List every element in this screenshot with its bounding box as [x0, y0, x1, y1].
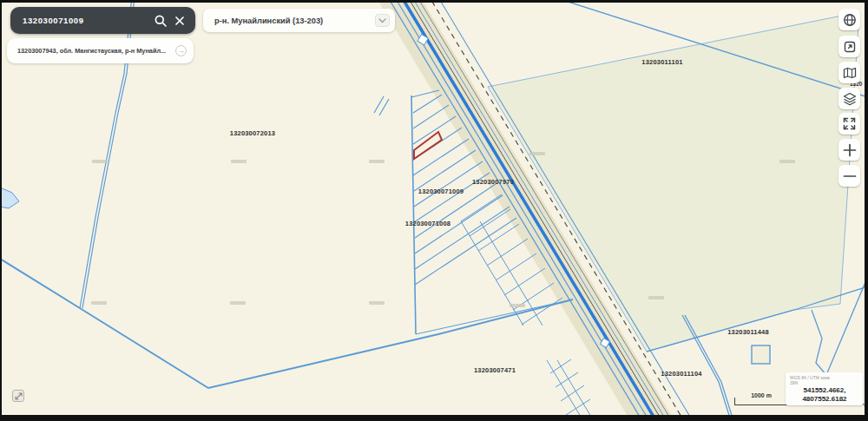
globe-button[interactable]	[838, 9, 860, 30]
fullscreen-arrows-icon	[843, 117, 856, 130]
district-selector[interactable]: р-н. Мунайлинский (13-203)	[203, 9, 395, 32]
search-result-item[interactable]: 13203007943, обл. Мангистауская, р-н Мун…	[7, 38, 194, 63]
expand-view-button[interactable]	[838, 36, 860, 57]
layers-button[interactable]	[838, 88, 860, 109]
scale-bar: 1000 m	[734, 392, 788, 405]
parcel-label: 13203011104	[661, 370, 701, 378]
faint-parcel-label	[91, 301, 107, 305]
parcel-label: 13203007471	[474, 366, 516, 374]
water-body	[2, 187, 19, 208]
faint-parcel-label	[510, 304, 525, 307]
minus-icon	[843, 169, 857, 183]
map-canvas[interactable]: 132030072013 132030071009 13203007970 13…	[2, 3, 865, 415]
parcel-label: 13203011101	[641, 58, 682, 66]
scale-bar-bracket	[734, 398, 788, 405]
diagonal-arrows-icon	[15, 392, 23, 400]
zoom-out-button[interactable]	[838, 165, 860, 187]
parcel-label: 132030071008	[405, 220, 450, 227]
attribution-expand-button[interactable]	[12, 390, 24, 402]
cadastral-map-app: 132030072013 132030071009 13203007970 13…	[0, 0, 868, 421]
faint-parcel-label	[369, 301, 385, 305]
globe-icon	[843, 13, 857, 27]
faint-parcel-label	[529, 152, 545, 155]
easting-value: 541552.4662,	[790, 386, 859, 395]
crs-zone: 39N	[790, 380, 798, 385]
plus-icon	[843, 143, 857, 157]
coordinates-panel: WGS 84 / UTM зона 39N 541552.4662, 48075…	[786, 372, 863, 405]
parcel-cluster[interactable]	[547, 359, 594, 415]
faint-parcel-label	[230, 301, 246, 305]
zoom-in-button[interactable]	[838, 139, 860, 161]
faint-parcel-label	[779, 160, 795, 163]
search-result-text: 13203007943, обл. Мангистауская, р-н Мун…	[17, 47, 175, 55]
district-selector-value: р-н. Мунайлинский (13-203)	[214, 16, 375, 25]
map-vector-layer	[2, 3, 865, 415]
faint-parcel-label	[231, 160, 247, 163]
parcel-label: 132030072013	[230, 129, 275, 137]
map-icon	[843, 67, 857, 79]
search-bar	[10, 7, 195, 34]
search-input[interactable]	[23, 16, 148, 25]
search-icon[interactable]	[154, 14, 168, 28]
selected-parcel[interactable]	[414, 132, 442, 159]
layers-icon	[843, 92, 857, 106]
faint-parcel-label	[369, 160, 385, 163]
parcel-label: 13203007970	[472, 178, 514, 186]
parcel-label: 13203011448	[727, 328, 769, 336]
faint-parcel-label	[92, 160, 108, 163]
close-icon[interactable]	[173, 14, 187, 28]
goto-arrow-icon[interactable]: →	[175, 45, 187, 56]
square-parcel[interactable]	[752, 345, 770, 364]
faint-parcel-label	[648, 296, 664, 299]
chevron-down-icon	[378, 18, 386, 23]
basemap-button[interactable]	[838, 62, 860, 83]
expand-icon	[844, 41, 856, 53]
parcel-label: 132030071009	[418, 187, 464, 195]
scale-bar-label: 1000 m	[749, 392, 773, 398]
dropdown-toggle[interactable]	[375, 14, 390, 27]
northing-value: 4807552.6182	[790, 395, 859, 404]
fullscreen-button[interactable]	[838, 113, 860, 135]
